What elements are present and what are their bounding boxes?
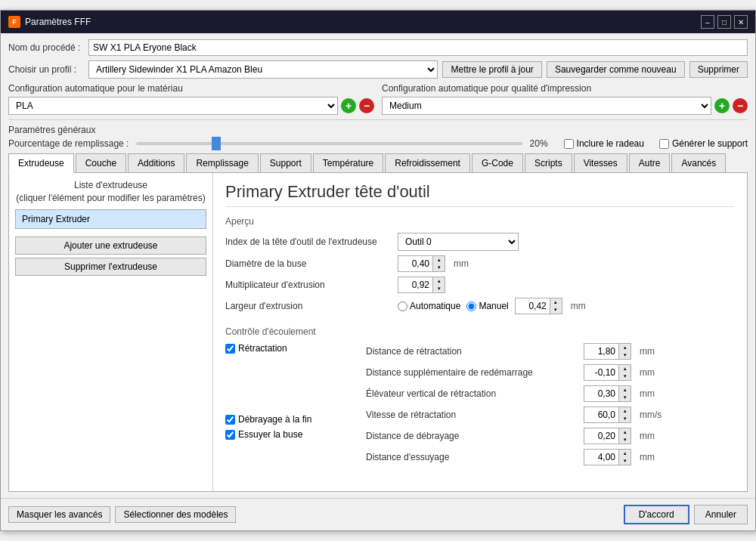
largeur-manuel-radio[interactable] bbox=[466, 301, 476, 311]
largeur-up-button[interactable]: ▴ bbox=[550, 298, 562, 306]
vitesse-down[interactable]: ▾ bbox=[618, 415, 631, 422]
ok-button[interactable]: D'accord bbox=[624, 505, 689, 524]
multiplicateur-input[interactable] bbox=[398, 278, 432, 292]
quality-add-button[interactable]: + bbox=[714, 98, 730, 113]
material-remove-button[interactable]: − bbox=[359, 98, 374, 113]
fill-label: Pourcentage de remplissage : bbox=[8, 138, 129, 149]
dist-essuyage-btns: ▴ ▾ bbox=[618, 450, 631, 465]
essuyer-text: Essuyer la buse bbox=[238, 429, 302, 440]
dist-retract-input[interactable] bbox=[584, 345, 618, 358]
material-add-button[interactable]: + bbox=[341, 98, 356, 113]
tab-scripts[interactable]: Scripts bbox=[525, 153, 572, 172]
dist-suppl-input[interactable] bbox=[584, 366, 618, 379]
close-button[interactable]: ✕ bbox=[734, 15, 748, 29]
dist-essuyage-down[interactable]: ▾ bbox=[618, 457, 631, 465]
masquer-button[interactable]: Masquer les avancés bbox=[8, 506, 110, 523]
diametre-spinbox-btns: ▴ ▾ bbox=[432, 256, 445, 271]
essuyer-label[interactable]: Essuyer la buse bbox=[225, 429, 302, 440]
tab-vitesses[interactable]: Vitesses bbox=[574, 153, 627, 172]
largeur-auto-radio[interactable] bbox=[398, 301, 407, 311]
tab-remplissage[interactable]: Remplissage bbox=[186, 153, 258, 172]
multiplicateur-up-button[interactable]: ▴ bbox=[432, 277, 445, 285]
flow-left: Rétractation Débrayage à la fin bbox=[225, 343, 354, 470]
tab-refroidissement[interactable]: Refroidissement bbox=[385, 153, 470, 172]
diametre-up-button[interactable]: ▴ bbox=[432, 256, 445, 264]
tab-additions[interactable]: Additions bbox=[128, 153, 184, 172]
elevateur-up[interactable]: ▴ bbox=[618, 386, 631, 394]
general-params: Paramètres généraux Pourcentage de rempl… bbox=[8, 119, 748, 149]
dist-retract-label: Distance de rétractation bbox=[366, 346, 578, 357]
retractation-label[interactable]: Rétractation bbox=[225, 343, 287, 354]
tab-avances[interactable]: Avancés bbox=[671, 153, 726, 172]
multiplicateur-down-button[interactable]: ▾ bbox=[432, 285, 445, 292]
dist-debrayage-up[interactable]: ▴ bbox=[618, 428, 631, 436]
material-inner: PLA + − bbox=[8, 97, 374, 115]
cancel-button[interactable]: Annuler bbox=[694, 505, 748, 524]
tab-extrudeuse[interactable]: Extrudeuse bbox=[8, 153, 74, 173]
selectionner-button[interactable]: Sélectionner des modèles bbox=[115, 506, 236, 523]
nom-input[interactable] bbox=[88, 39, 748, 56]
tab-support[interactable]: Support bbox=[260, 153, 311, 172]
apercu-section: Aperçu Index de la tête d'outil de l'ext… bbox=[225, 216, 735, 314]
save-new-button[interactable]: Sauvegarder comme nouveau bbox=[547, 61, 685, 78]
quality-section: Configuration automatique pour qualité d… bbox=[382, 83, 748, 115]
essuyer-checkbox[interactable] bbox=[225, 430, 235, 440]
dist-retract-up[interactable]: ▴ bbox=[618, 344, 631, 351]
vitesse-input[interactable] bbox=[584, 408, 618, 422]
add-extruder-button[interactable]: Ajouter une extrudeuse bbox=[15, 236, 206, 255]
flow-right: Distance de rétractation ▴ ▾ mm bbox=[366, 343, 735, 470]
largeur-auto-label[interactable]: Automatique bbox=[398, 301, 460, 311]
dist-suppl-row: Distance supplémentaire de redémarrage ▴… bbox=[366, 364, 735, 381]
elevateur-input[interactable] bbox=[584, 387, 618, 400]
diametre-down-button[interactable]: ▾ bbox=[432, 264, 445, 271]
retractation-checkbox[interactable] bbox=[225, 344, 235, 354]
extruder-item-label: Primary Extruder bbox=[22, 214, 90, 224]
support-checkbox-label[interactable]: Générer le support bbox=[659, 138, 748, 149]
remove-extruder-button[interactable]: Supprimer l'extrudeuse bbox=[15, 258, 206, 276]
debrayage-label[interactable]: Débrayage à la fin bbox=[225, 414, 311, 425]
dist-debrayage-row: Distance de débrayage ▴ ▾ mm bbox=[366, 428, 735, 444]
profil-select[interactable]: Artillery Sidewinder X1 PLA Amazon Bleu bbox=[88, 60, 438, 79]
retractation-text: Rétractation bbox=[238, 343, 287, 354]
tab-couche[interactable]: Couche bbox=[76, 153, 126, 172]
fill-slider[interactable] bbox=[136, 142, 522, 145]
radeau-checkbox-label[interactable]: Inclure le radeau bbox=[564, 138, 644, 149]
largeur-spinbox-btns: ▴ ▾ bbox=[550, 298, 562, 314]
dist-suppl-up[interactable]: ▴ bbox=[618, 365, 631, 373]
diametre-row: Diamètre de la buse ▴ ▾ mm bbox=[225, 255, 735, 272]
elevateur-down[interactable]: ▾ bbox=[618, 394, 631, 401]
nom-row: Nom du procédé : bbox=[8, 39, 748, 56]
dist-essuyage-input[interactable] bbox=[584, 450, 618, 464]
dist-retract-btns: ▴ ▾ bbox=[618, 344, 631, 359]
update-profile-button[interactable]: Mettre le profil à jour bbox=[442, 61, 541, 78]
largeur-down-button[interactable]: ▾ bbox=[550, 306, 562, 314]
delete-profile-button[interactable]: Supprimer bbox=[689, 61, 748, 78]
dist-suppl-down[interactable]: ▾ bbox=[618, 373, 631, 380]
nom-label: Nom du procédé : bbox=[8, 42, 84, 53]
quality-select[interactable]: Medium bbox=[382, 97, 711, 115]
dist-debrayage-input[interactable] bbox=[584, 429, 618, 443]
index-select[interactable]: Outil 0 bbox=[398, 233, 519, 251]
largeur-manuel-label[interactable]: Manuel bbox=[466, 301, 508, 311]
general-title: Paramètres généraux bbox=[8, 125, 748, 135]
largeur-spinbox: ▴ ▾ bbox=[515, 298, 562, 314]
dist-retract-down[interactable]: ▾ bbox=[618, 351, 631, 359]
restore-button[interactable]: □ bbox=[717, 15, 731, 29]
titlebar-controls: – □ ✕ bbox=[701, 15, 748, 29]
dist-debrayage-down[interactable]: ▾ bbox=[618, 436, 631, 444]
tab-gcode[interactable]: G-Code bbox=[472, 153, 523, 172]
material-label: Configuration automatique pour le matéri… bbox=[8, 83, 374, 94]
debrayage-checkbox[interactable] bbox=[225, 415, 235, 425]
tab-temperature[interactable]: Température bbox=[313, 153, 383, 172]
radeau-checkbox[interactable] bbox=[564, 139, 574, 149]
largeur-input[interactable] bbox=[516, 299, 550, 313]
extruder-item-primary[interactable]: Primary Extruder bbox=[15, 209, 206, 229]
minimize-button[interactable]: – bbox=[701, 15, 714, 29]
vitesse-up[interactable]: ▴ bbox=[618, 407, 631, 415]
quality-remove-button[interactable]: − bbox=[733, 98, 748, 113]
support-checkbox[interactable] bbox=[659, 139, 669, 149]
material-select[interactable]: PLA bbox=[8, 97, 338, 115]
tab-autre[interactable]: Autre bbox=[629, 153, 671, 172]
dist-essuyage-up[interactable]: ▴ bbox=[618, 450, 631, 457]
diametre-input[interactable] bbox=[398, 257, 432, 270]
